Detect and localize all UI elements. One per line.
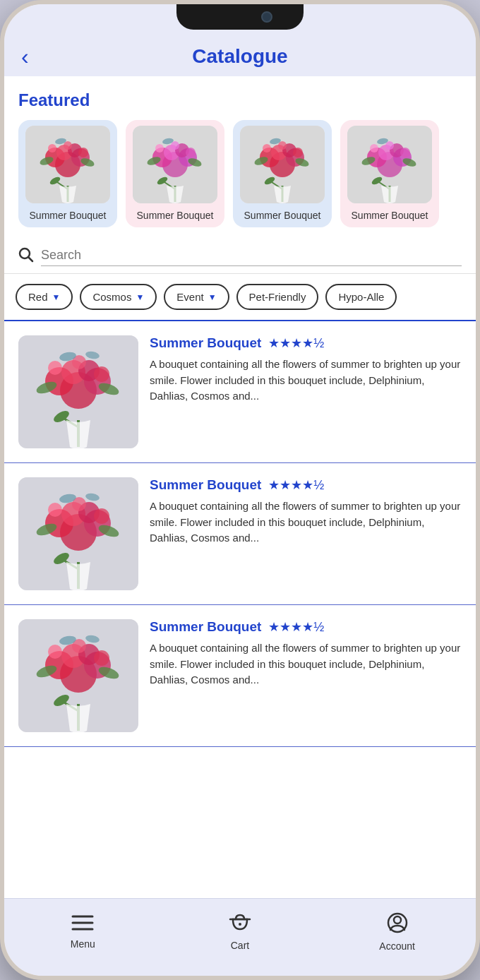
svg-point-87: [48, 503, 62, 517]
product-image-2: [18, 477, 138, 590]
nav-account[interactable]: Account: [369, 912, 426, 952]
product-rating-3: ★★★★½: [268, 619, 324, 635]
account-icon: [386, 912, 409, 938]
filter-cosmos-label: Cosmos: [92, 291, 131, 303]
svg-point-9: [48, 144, 56, 153]
svg-point-71: [48, 361, 62, 375]
svg-point-116: [394, 916, 401, 924]
featured-card-3[interactable]: Summer Bouquet: [233, 120, 332, 227]
product-description-3: A bouquet containing all the flowers of …: [150, 640, 462, 688]
chevron-down-icon: ▼: [52, 292, 61, 302]
search-input[interactable]: [41, 248, 462, 266]
nav-account-label: Account: [379, 940, 415, 952]
nav-menu[interactable]: Menu: [54, 914, 111, 950]
svg-point-10: [78, 148, 88, 157]
svg-point-72: [94, 366, 109, 382]
featured-card-label-3: Summer Bouquet: [244, 209, 321, 222]
camera: [261, 11, 272, 23]
product-rating-2: ★★★★½: [268, 477, 324, 493]
svg-point-104: [94, 650, 109, 666]
featured-card-label-2: Summer Bouquet: [137, 209, 214, 222]
product-name-3: Summer Bouquet: [150, 619, 261, 635]
svg-point-39: [263, 144, 271, 153]
featured-title: Featured: [18, 90, 462, 110]
filter-hypo-alle-label: Hypo-Alle: [338, 291, 384, 303]
featured-card-2[interactable]: Summer Bouquet: [126, 120, 224, 227]
featured-card-label-4: Summer Bouquet: [352, 209, 428, 222]
filter-hypo-alle[interactable]: Hypo-Alle: [325, 284, 397, 310]
product-name-2: Summer Bouquet: [150, 477, 261, 493]
main-content: Featured: [4, 76, 476, 898]
filter-pet-friendly[interactable]: Pet-Friendly: [236, 284, 319, 310]
phone-screen: ‹ Catalogue Featured: [4, 4, 476, 976]
product-header-1: Summer Bouquet ★★★★½: [150, 335, 462, 351]
featured-section: Featured: [4, 76, 476, 237]
menu-icon: [71, 914, 94, 936]
svg-point-88: [94, 508, 109, 524]
chevron-down-icon: ▼: [136, 292, 144, 302]
product-item-2[interactable]: Summer Bouquet ★★★★½ A bouquet containin…: [4, 463, 476, 605]
bottom-nav: Menu Cart: [4, 898, 476, 976]
filter-pet-friendly-label: Pet-Friendly: [249, 291, 306, 303]
product-image-1: [18, 335, 138, 448]
svg-line-61: [29, 258, 33, 262]
svg-point-40: [293, 148, 303, 157]
svg-point-55: [400, 148, 410, 157]
filter-red-label: Red: [28, 291, 48, 303]
header: ‹ Catalogue: [4, 40, 476, 76]
product-list: Summer Bouquet ★★★★½ A bouquet containin…: [4, 321, 476, 747]
search-container: [4, 237, 476, 274]
product-rating-1: ★★★★½: [268, 335, 324, 351]
filter-red[interactable]: Red ▼: [16, 284, 73, 310]
nav-cart[interactable]: Cart: [212, 912, 268, 951]
featured-card-1[interactable]: Summer Bouquet: [18, 120, 117, 227]
search-icon: [18, 247, 34, 266]
product-info-2: Summer Bouquet ★★★★½ A bouquet containin…: [150, 477, 462, 590]
chevron-down-icon: ▼: [208, 292, 217, 302]
svg-point-25: [186, 148, 196, 157]
featured-card-image-4: [347, 126, 432, 203]
product-item-1[interactable]: Summer Bouquet ★★★★½ A bouquet containin…: [4, 321, 476, 463]
back-button[interactable]: ‹: [21, 45, 29, 68]
phone-frame: ‹ Catalogue Featured: [0, 0, 480, 980]
svg-point-114: [239, 923, 241, 926]
product-info-3: Summer Bouquet ★★★★½ A bouquet containin…: [150, 619, 462, 732]
filters-container: Red ▼ Cosmos ▼ Event ▼ Pet-Friendly Hypo…: [4, 274, 476, 321]
featured-card-4[interactable]: Summer Bouquet: [340, 120, 439, 227]
svg-point-103: [48, 645, 62, 659]
svg-point-54: [370, 144, 378, 153]
product-header-3: Summer Bouquet ★★★★½: [150, 619, 462, 635]
featured-card-image-1: [25, 126, 110, 203]
product-header-2: Summer Bouquet ★★★★½: [150, 477, 462, 493]
filter-event-label: Event: [176, 291, 203, 303]
featured-card-label-1: Summer Bouquet: [30, 209, 107, 222]
nav-cart-label: Cart: [231, 940, 249, 951]
product-item-3[interactable]: Summer Bouquet ★★★★½ A bouquet containin…: [4, 605, 476, 747]
product-description-2: A bouquet containing all the flowers of …: [150, 498, 462, 546]
product-name-1: Summer Bouquet: [150, 335, 261, 351]
product-image-3: [18, 619, 138, 732]
featured-card-image-2: [133, 126, 217, 203]
filter-cosmos[interactable]: Cosmos ▼: [80, 284, 157, 310]
product-info-1: Summer Bouquet ★★★★½ A bouquet containin…: [150, 335, 462, 448]
featured-scroll: Summer Bouquet: [18, 120, 462, 230]
svg-point-24: [155, 144, 164, 153]
cart-icon: [229, 912, 251, 937]
product-description-1: A bouquet containing all the flowers of …: [150, 357, 462, 405]
nav-menu-label: Menu: [71, 938, 95, 950]
featured-card-image-3: [240, 126, 325, 203]
page-title: Catalogue: [192, 45, 287, 68]
notch: [176, 4, 304, 30]
filter-event[interactable]: Event ▼: [164, 284, 229, 310]
